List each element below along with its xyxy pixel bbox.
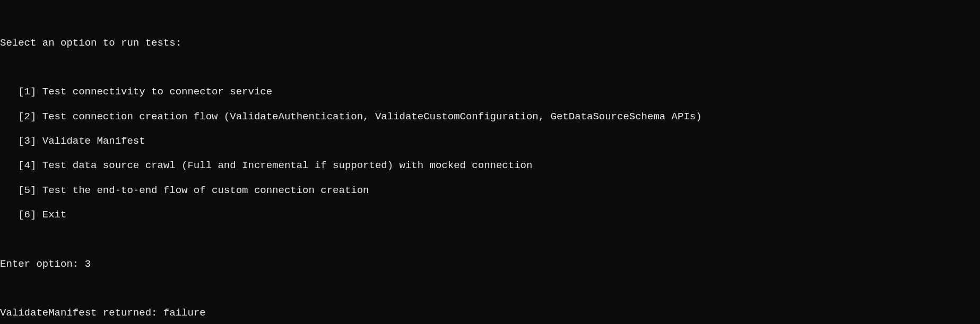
menu-option-5: [5] Test the end-to-end flow of custom c… — [0, 185, 980, 197]
validate-result-line: ValidateManifest returned: failure — [0, 307, 980, 319]
menu-option-1: [1] Test connectivity to connector servi… — [0, 86, 980, 98]
menu-option-3: [3] Validate Manifest — [0, 135, 980, 147]
menu-option-4: [4] Test data source crawl (Full and Inc… — [0, 160, 980, 172]
enter-option-label: Enter option: — [0, 258, 85, 270]
entered-option-value: 3 — [85, 258, 91, 270]
enter-option-line: Enter option: 3 — [0, 258, 980, 270]
terminal[interactable]: Select an option to run tests: [1] Test … — [0, 0, 980, 324]
prompt-header: Select an option to run tests: — [0, 37, 980, 49]
menu-option-6: [6] Exit — [0, 209, 980, 221]
menu-option-2: [2] Test connection creation flow (Valid… — [0, 111, 980, 123]
